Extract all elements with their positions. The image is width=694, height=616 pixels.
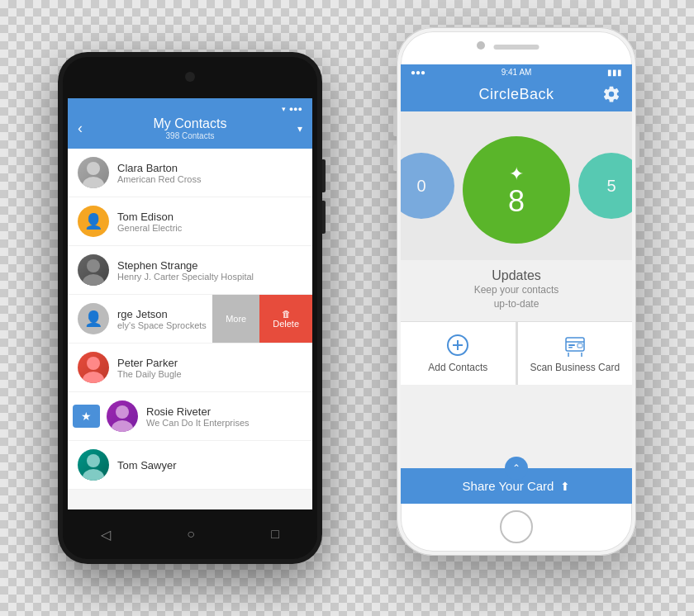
more-button[interactable]: More xyxy=(212,295,259,343)
volume-up-button xyxy=(393,110,397,136)
avatar xyxy=(107,400,138,432)
contact-info: Stephen Strange Henry J. Carter Specialt… xyxy=(117,259,302,282)
contact-info: Tom Sawyer xyxy=(117,459,302,471)
app-title: CircleBack xyxy=(478,86,554,103)
updates-subtitle: Keep your contactsup-to-date xyxy=(417,283,616,311)
share-bar[interactable]: ⌃ Share Your Card ⬆ xyxy=(401,468,632,504)
more-label: More xyxy=(226,314,246,324)
avatar: 👤 xyxy=(78,206,109,237)
contact-company: We Can Do It Enterprises xyxy=(146,418,302,428)
list-item[interactable]: Stephen Strange Henry J. Carter Specialt… xyxy=(68,246,312,295)
circle-right[interactable]: 5 xyxy=(578,153,632,219)
scan-card-button[interactable]: Scan Business Card xyxy=(518,322,633,385)
signal-icon: ●●● xyxy=(289,105,302,113)
contact-info: Clara Barton American Red Cross xyxy=(117,162,302,184)
android-phone: ▾ ●●● ‹ My Contacts 398 Contacts ▾ xyxy=(58,52,322,564)
ios-app-header: CircleBack xyxy=(401,80,632,111)
contact-name: Peter Parker xyxy=(117,357,302,369)
svg-point-2 xyxy=(87,259,100,272)
contact-name: Clara Barton xyxy=(117,162,302,174)
android-nav-bar: ◁ ○ □ xyxy=(63,518,317,551)
action-buttons-row: Add Contacts xyxy=(401,322,632,385)
contact-list: Clara Barton American Red Cross 👤 Tom Ed… xyxy=(68,149,312,490)
list-item[interactable]: ★ Rosie Riveter We Can Do It Enterprises xyxy=(68,392,312,441)
contact-company: The Daily Bugle xyxy=(117,369,302,379)
atom-icon: ✦ xyxy=(509,163,524,185)
contact-company: General Electric xyxy=(117,223,302,233)
delete-button[interactable]: 🗑 Delete xyxy=(259,295,312,343)
contact-name: Tom Sawyer xyxy=(117,459,302,471)
delete-label: Delete xyxy=(273,319,299,329)
favorite-badge: ★ xyxy=(73,405,100,428)
back-button[interactable]: ‹ xyxy=(78,120,83,137)
android-header: ▾ ●●● ‹ My Contacts 398 Contacts ▾ xyxy=(68,98,312,149)
time-display: 9:41 AM xyxy=(501,68,532,77)
avatar xyxy=(78,352,109,383)
nav-recent-icon[interactable]: □ xyxy=(271,527,279,542)
volume-down-button xyxy=(393,145,397,171)
svg-point-6 xyxy=(116,405,129,419)
contact-company: American Red Cross xyxy=(117,174,302,184)
ios-status-bar: ●●● 9:41 AM ▮▮▮ xyxy=(401,64,632,80)
ios-camera xyxy=(477,41,485,50)
circle-right-number: 5 xyxy=(606,177,616,196)
wifi-icon: ▾ xyxy=(282,105,286,113)
swipe-actions: More 🗑 Delete xyxy=(212,295,312,343)
svg-point-9 xyxy=(83,469,104,481)
list-item[interactable]: 👤 Tom Edison General Electric xyxy=(68,197,312,246)
dropdown-icon[interactable]: ▾ xyxy=(297,123,302,135)
list-item[interactable]: Clara Barton American Red Cross xyxy=(68,149,312,197)
list-item[interactable]: Tom Sawyer xyxy=(68,441,312,490)
carrier-dots: ●●● xyxy=(411,68,425,77)
svg-point-8 xyxy=(87,454,100,467)
circles-carousel[interactable]: 0 ✦ 8 5 xyxy=(401,111,632,260)
contact-company: Henry J. Carter Specialty Hospital xyxy=(117,272,302,282)
android-screen: ▾ ●●● ‹ My Contacts 398 Contacts ▾ xyxy=(68,98,312,509)
chevron-up-icon[interactable]: ⌃ xyxy=(505,457,528,480)
add-icon xyxy=(446,334,469,357)
svg-rect-15 xyxy=(568,344,575,346)
contact-name: Tom Edison xyxy=(117,211,302,223)
circle-center[interactable]: ✦ 8 xyxy=(463,136,570,244)
svg-point-4 xyxy=(87,357,100,370)
ios-phone: ●●● 9:41 AM ▮▮▮ CircleBack 0 xyxy=(397,27,636,556)
ios-screen: ●●● 9:41 AM ▮▮▮ CircleBack 0 xyxy=(401,64,632,504)
home-button[interactable] xyxy=(500,510,533,543)
ios-speaker xyxy=(494,45,540,50)
svg-rect-16 xyxy=(568,347,573,348)
scan-icon xyxy=(563,334,587,357)
contact-name: Rosie Riveter xyxy=(146,405,302,418)
battery-icon: ▮▮▮ xyxy=(607,68,622,77)
svg-rect-13 xyxy=(566,338,584,351)
share-icon: ⬆ xyxy=(560,480,570,493)
phones-container: ▾ ●●● ‹ My Contacts 398 Contacts ▾ xyxy=(58,27,636,589)
svg-point-1 xyxy=(83,177,104,188)
add-contacts-button[interactable]: Add Contacts xyxy=(401,322,516,385)
contacts-title: My Contacts xyxy=(154,116,227,131)
contact-info: Rosie Riveter We Can Do It Enterprises xyxy=(146,405,302,428)
nav-back-icon[interactable]: ◁ xyxy=(101,527,111,543)
add-contacts-label: Add Contacts xyxy=(428,362,487,373)
nav-home-icon[interactable]: ○ xyxy=(187,527,195,542)
android-status-bar: ▾ ●●● xyxy=(78,105,302,113)
avatar xyxy=(78,157,109,188)
sleep-button xyxy=(636,126,639,168)
avatar xyxy=(78,254,109,286)
circle-center-number: 8 xyxy=(508,187,525,216)
trash-icon: 🗑 xyxy=(282,309,291,319)
circle-left[interactable]: 0 xyxy=(401,153,454,219)
updates-section: Updates Keep your contactsup-to-date xyxy=(401,260,632,321)
svg-point-0 xyxy=(87,162,100,175)
contacts-count: 398 Contacts xyxy=(154,131,227,140)
contact-name: Stephen Strange xyxy=(117,259,302,272)
contact-info: Peter Parker The Daily Bugle xyxy=(117,357,302,379)
list-item[interactable]: Peter Parker The Daily Bugle xyxy=(68,344,312,392)
svg-rect-17 xyxy=(578,344,582,348)
circle-left-number: 0 xyxy=(416,177,425,196)
contact-info: Tom Edison General Electric xyxy=(117,211,302,233)
list-item[interactable]: 👤 rge Jetson ely's Space Sprockets More … xyxy=(68,295,312,344)
settings-icon[interactable] xyxy=(602,85,620,103)
share-label: Share Your Card xyxy=(463,479,554,493)
svg-point-3 xyxy=(83,274,104,286)
avatar xyxy=(78,449,109,481)
